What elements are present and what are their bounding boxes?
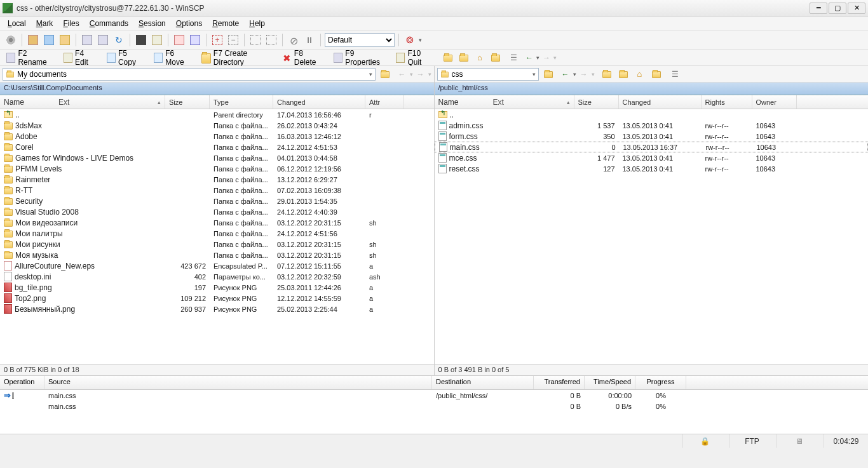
menu-help[interactable]: Help xyxy=(245,18,269,29)
f8-delete[interactable]: ✖F8 Delete xyxy=(280,48,326,68)
qcol-operation[interactable]: Operation xyxy=(0,376,44,389)
col-attr[interactable]: Attr xyxy=(365,95,403,109)
menu-local[interactable]: Local xyxy=(4,18,30,29)
list-item[interactable]: admin.css1 53713.05.2013 0:41rw-r--r--10… xyxy=(435,120,869,131)
col-name[interactable]: NameExt▴ xyxy=(0,95,165,109)
menu-options[interactable]: Options xyxy=(172,18,206,29)
list-item[interactable]: SecurityПапка с файла...29.01.2013 1:54:… xyxy=(0,196,434,206)
tool-btn-13[interactable] xyxy=(264,33,278,47)
qcol-transferred[interactable]: Transferred xyxy=(534,376,585,389)
col-owner[interactable]: Owner xyxy=(752,95,797,109)
local-location-dropdown[interactable]: My documents ▾ xyxy=(3,68,376,81)
tool-btn-2[interactable] xyxy=(42,33,56,47)
list-item[interactable]: Top2.png109 212Рисунок PNG12.12.2012 14:… xyxy=(0,293,434,304)
qcol-progress[interactable]: Progress xyxy=(635,376,686,389)
local-open-folder[interactable] xyxy=(378,67,392,81)
remote-location-dropdown[interactable]: css ▾ xyxy=(437,68,539,81)
list-item[interactable]: .. xyxy=(435,109,869,120)
f5-copy[interactable]: F5 Copy xyxy=(104,48,146,68)
tool-btn-8[interactable] xyxy=(172,33,186,47)
queue-body[interactable]: ⇒main.css/public_html/css/0 B0:00:000%ma… xyxy=(0,390,868,434)
tool-btn-4[interactable] xyxy=(80,33,94,47)
remote-file-list[interactable]: ..admin.css1 53713.05.2013 0:41rw-r--r--… xyxy=(435,109,869,364)
list-item[interactable]: bg_tile.png197Рисунок PNG25.03.2011 12:4… xyxy=(0,282,434,293)
transfer-settings-button[interactable]: ❂ xyxy=(403,33,417,47)
list-item[interactable]: AllureCouture_New.eps423 672Encapsulated… xyxy=(0,260,434,271)
remote-nav-3[interactable] xyxy=(489,51,503,65)
list-item[interactable]: 3dsMaxПапка с файла...26.02.2013 0:43:24 xyxy=(0,120,434,131)
remote-nav-fwd2[interactable]: → xyxy=(579,70,589,79)
local-nav-back[interactable]: ← xyxy=(397,70,407,79)
remote-open-folder[interactable] xyxy=(541,67,555,81)
menu-files[interactable]: Files xyxy=(59,18,83,29)
remote-nav-b[interactable] xyxy=(616,67,630,81)
remote-nav-home2[interactable]: ⌂ xyxy=(633,67,647,81)
preset-dropdown[interactable]: Default xyxy=(325,33,395,47)
qcol-timespeed[interactable]: Time/Speed xyxy=(585,376,635,389)
tool-btn-5[interactable] xyxy=(96,33,110,47)
list-item[interactable]: form.css35013.05.2013 0:41rw-r--r--10643 xyxy=(435,131,869,142)
col-changed[interactable]: Changed xyxy=(619,95,702,109)
close-button[interactable]: ✕ xyxy=(848,3,865,14)
qcol-source[interactable]: Source xyxy=(44,376,432,389)
local-nav-fwd[interactable]: → xyxy=(416,70,426,79)
list-item[interactable]: Моя музыкаПапка с файла...03.12.2012 20:… xyxy=(0,250,434,260)
col-rights[interactable]: Rights xyxy=(702,95,752,109)
preferences-button[interactable] xyxy=(4,33,18,47)
list-item[interactable]: RainmeterПапка с файла...13.12.2012 6:29… xyxy=(0,174,434,185)
f4-edit[interactable]: F4 Edit xyxy=(61,48,99,68)
menu-commands[interactable]: Commands xyxy=(86,18,132,29)
tool-btn-6[interactable] xyxy=(134,33,148,47)
remote-nav-1[interactable] xyxy=(441,51,455,65)
list-item[interactable]: PFMM LevelsПапка с файла...06.12.2012 12… xyxy=(0,163,434,174)
tool-btn-1[interactable] xyxy=(26,33,40,47)
list-item[interactable]: R-TTПапка с файла...07.02.2013 16:09:38 xyxy=(0,185,434,196)
list-item[interactable]: Games for Windows - LIVE DemosПапка с фа… xyxy=(0,152,434,163)
col-changed[interactable]: Changed xyxy=(273,95,365,109)
remote-nav-c[interactable] xyxy=(649,67,663,81)
remote-nav-2[interactable] xyxy=(457,51,471,65)
menu-mark[interactable]: Mark xyxy=(32,18,57,29)
list-item[interactable]: Visual Studio 2008Папка с файла...24.12.… xyxy=(0,206,434,217)
tool-btn-15[interactable]: ⏸ xyxy=(302,33,316,47)
f10-quit[interactable]: F10 Quit xyxy=(393,48,436,68)
remote-nav-back2[interactable]: ← xyxy=(560,70,571,79)
tool-btn-11[interactable]: − xyxy=(226,33,240,47)
col-type[interactable]: Type xyxy=(210,95,273,109)
col-size[interactable]: Size xyxy=(165,95,210,109)
tool-btn-3[interactable] xyxy=(58,33,72,47)
f9-properties[interactable]: F9 Properties xyxy=(331,48,388,68)
tool-btn-14[interactable]: ⊘ xyxy=(287,33,301,47)
list-item[interactable]: mce.css1 47713.05.2013 0:41rw-r--r--1064… xyxy=(435,152,869,163)
remote-nav-a[interactable] xyxy=(600,67,614,81)
minimize-button[interactable]: ━ xyxy=(810,3,827,14)
local-file-list[interactable]: ..Parent directory17.04.2013 16:56:46r3d… xyxy=(0,109,434,364)
f2-rename[interactable]: F2 Rename xyxy=(4,48,56,68)
list-item[interactable]: main.css013.05.2013 16:37rw-r--r--10643 xyxy=(435,142,869,152)
remote-nav-home[interactable]: ⌂ xyxy=(473,51,487,65)
tool-btn-9[interactable] xyxy=(188,33,202,47)
remote-tree-toggle2[interactable]: ☰ xyxy=(668,67,682,81)
qcol-destination[interactable]: Destination xyxy=(432,376,534,389)
remote-nav-fwd[interactable]: → xyxy=(541,53,552,62)
menu-remote[interactable]: Remote xyxy=(208,18,243,29)
queue-row[interactable]: main.css0 B0 B/s0% xyxy=(0,401,868,411)
list-item[interactable]: ..Parent directory17.04.2013 16:56:46r xyxy=(0,109,434,120)
tool-btn-12[interactable] xyxy=(248,33,262,47)
tool-btn-10[interactable]: + xyxy=(210,33,224,47)
list-item[interactable]: Мои палитрыПапка с файла...24.12.2012 4:… xyxy=(0,228,434,239)
remote-nav-back[interactable]: ← xyxy=(524,53,534,62)
list-item[interactable]: Мои видеозаписиПапка с файла...03.12.201… xyxy=(0,217,434,228)
menu-session[interactable]: Session xyxy=(135,18,170,29)
col-name[interactable]: NameExt▴ xyxy=(435,95,574,109)
f6-move[interactable]: F6 Move xyxy=(151,48,194,68)
col-size[interactable]: Size xyxy=(574,95,619,109)
refresh-button[interactable]: ↻ xyxy=(112,33,126,47)
list-item[interactable]: CorelПапка с файла...24.12.2012 4:51:53 xyxy=(0,142,434,152)
tool-btn-7[interactable] xyxy=(150,33,164,47)
queue-row[interactable]: ⇒main.css/public_html/css/0 B0:00:000% xyxy=(0,390,868,401)
list-item[interactable]: Мои рисункиПапка с файла...03.12.2012 20… xyxy=(0,239,434,250)
f7-create-dir[interactable]: F7 Create Directory xyxy=(199,48,275,68)
maximize-button[interactable]: ▢ xyxy=(829,3,846,14)
list-item[interactable]: Безымянный.png260 937Рисунок PNG25.02.20… xyxy=(0,304,434,314)
